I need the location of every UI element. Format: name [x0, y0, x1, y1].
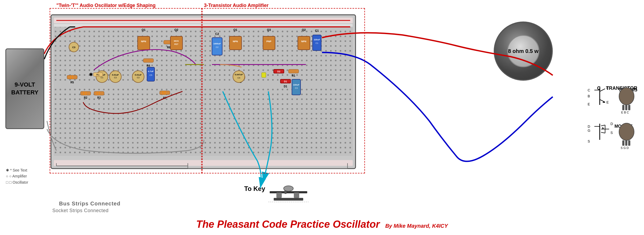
svg-text:C3: C3 [295, 87, 298, 89]
svg-text:D1: D1 [284, 80, 287, 83]
svg-text:B: B [588, 94, 590, 98]
oscillator-border [50, 8, 203, 173]
svg-text:D2: D2 [277, 70, 280, 73]
svg-text:Q1: Q1 [142, 28, 146, 31]
socket-strips-label: Socket Strips Connected [52, 208, 109, 213]
svg-text:D: D [610, 122, 613, 126]
svg-rect-2 [51, 15, 356, 169]
svg-rect-25 [80, 91, 91, 95]
svg-rect-138 [294, 193, 299, 198]
amplifier-label: 3-Transistor Audio Amplifier [204, 3, 269, 8]
svg-rect-87 [292, 79, 301, 95]
svg-rect-65 [263, 36, 275, 50]
svg-text:4.7uF: 4.7uF [148, 70, 154, 73]
svg-rect-80 [280, 79, 291, 83]
svg-text:D: D [588, 124, 590, 129]
svg-line-120 [601, 125, 605, 126]
svg-rect-132 [625, 140, 627, 146]
svg-text:Q2: Q2 [302, 28, 306, 31]
svg-text:FET: FET [174, 43, 178, 45]
svg-text:C: C [606, 86, 609, 90]
svg-text:MOS: MOS [174, 40, 179, 42]
svg-rect-75 [235, 75, 245, 79]
svg-rect-37 [143, 59, 153, 62]
speaker: 8 ohm 0.5 w [494, 22, 553, 81]
svg-text:R4: R4 [147, 64, 150, 67]
svg-point-48 [132, 71, 144, 83]
main-container: "Twin-'T'" Audio Oscillator w/Edge Shapi… [0, 0, 644, 235]
svg-text:220uF: 220uF [293, 84, 299, 86]
component-diagrams-svg: TRANSISTOR C B E C E E B C MOSFET D G S [586, 86, 637, 172]
svg-text:Q1: Q1 [233, 28, 237, 31]
svg-point-77 [233, 71, 245, 83]
battery-label: 9-VOLTBATTERY [11, 81, 38, 96]
svg-rect-131 [622, 140, 624, 146]
author-label: By Mike Maynard, K4ICY [385, 223, 448, 229]
svg-rect-10 [54, 82, 353, 86]
svg-text:R6: R6 [167, 46, 171, 49]
svg-text:R1: R1 [96, 73, 100, 76]
svg-rect-5 [54, 160, 353, 166]
svg-text:R2: R2 [84, 96, 87, 99]
oscillator-label: "Twin-'T'" Audio Oscillator w/Edge Shapi… [56, 3, 156, 8]
svg-text:Q3: Q3 [267, 28, 271, 31]
svg-text:220uF: 220uF [314, 38, 320, 41]
svg-rect-62 [229, 36, 241, 50]
svg-text:C4: C4 [237, 77, 240, 79]
svg-rect-114 [628, 105, 630, 110]
svg-text:C1: C1 [101, 76, 104, 79]
svg-text:R1: R1 [292, 74, 295, 77]
svg-text:C2: C2 [114, 76, 117, 79]
svg-text:0.01uF: 0.01uF [135, 74, 141, 76]
svg-rect-90 [262, 73, 266, 77]
svg-text:NPN: NPN [141, 40, 146, 43]
svg-rect-9 [54, 24, 353, 27]
key-symbol-svg [268, 184, 309, 203]
main-title: The Pleasant Code Practice Oscillator [196, 219, 380, 230]
svg-text:C2: C2 [216, 46, 219, 48]
svg-text:0.01uF: 0.01uF [112, 74, 119, 76]
battery: 9-VOLTBATTERY [5, 48, 44, 129]
svg-rect-41 [138, 36, 150, 50]
speaker-label: 8 ohm 0.5 w [508, 47, 538, 55]
svg-rect-71 [313, 35, 321, 51]
svg-rect-51 [147, 67, 155, 81]
svg-rect-133 [628, 140, 630, 146]
svg-text:C2: C2 [215, 32, 219, 35]
svg-line-105 [600, 99, 605, 102]
svg-line-104 [600, 89, 605, 91]
svg-point-19 [109, 71, 121, 83]
svg-rect-44 [170, 36, 182, 50]
svg-rect-54 [160, 91, 170, 95]
svg-text:Q2: Q2 [174, 28, 178, 31]
svg-rect-68 [298, 36, 310, 50]
svg-point-14 [69, 42, 79, 52]
svg-point-130 [619, 123, 634, 140]
svg-text:C1: C1 [316, 42, 319, 44]
svg-rect-113 [625, 105, 627, 110]
svg-text:✱: ✱ [89, 72, 93, 77]
svg-rect-58 [212, 38, 222, 55]
svg-text:NPN: NPN [233, 40, 238, 43]
svg-text:0.047uF: 0.047uF [235, 73, 243, 76]
svg-text:R2: R2 [238, 80, 242, 83]
svg-text:1000uF: 1000uF [213, 42, 221, 45]
svg-text:E  B  C: E B C [621, 111, 629, 114]
svg-text:G: G [588, 129, 590, 133]
svg-text:C: C [588, 88, 590, 92]
svg-text:R7: R7 [163, 97, 167, 99]
bottom-title-container: The Pleasant Code Practice Oscillator By… [0, 219, 644, 230]
svg-text:S: S [588, 139, 590, 143]
speaker-inner: 8 ohm 0.5 w [507, 35, 539, 67]
star-note-line2: ○ ○ Amplifier [6, 173, 28, 179]
neg9v-label: (- 9v) Ground [56, 18, 79, 22]
svg-rect-8 [54, 27, 353, 156]
svg-rect-135 [270, 191, 307, 193]
svg-text:PNP: PNP [266, 40, 272, 43]
svg-text:C5: C5 [149, 74, 152, 76]
svg-text:0.01uF: 0.01uF [98, 74, 105, 76]
svg-text:R3: R3 [97, 96, 101, 99]
plus9v-label: (+ 9v) [85, 18, 98, 24]
svg-point-139 [284, 186, 293, 191]
svg-rect-83 [274, 69, 284, 73]
